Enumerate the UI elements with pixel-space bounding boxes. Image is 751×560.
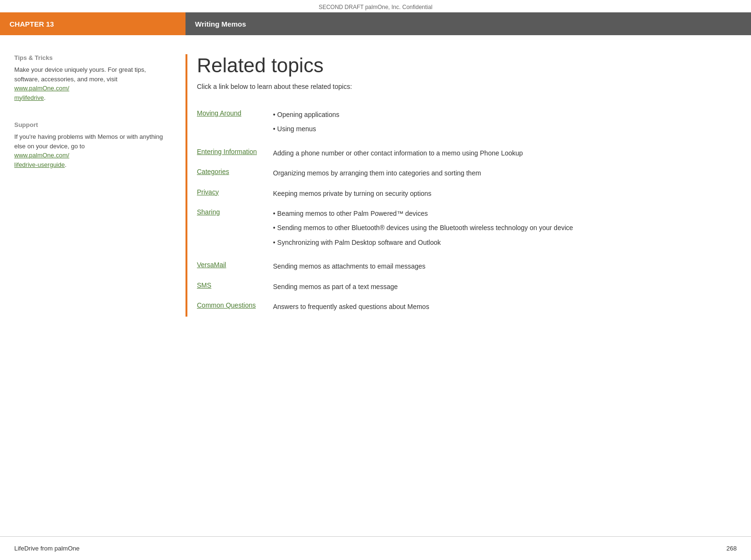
- sidebar: Tips & Tricks Make your device uniquely …: [0, 54, 185, 317]
- table-row: SMSSending memos as part of a text messa…: [197, 277, 722, 297]
- table-row: Common QuestionsAnswers to frequently as…: [197, 297, 722, 317]
- table-row: VersaMailSending memos as attachments to…: [197, 256, 722, 276]
- support-link[interactable]: www.palmOne.com/lifedrive-userguide: [14, 152, 69, 168]
- table-row: Moving AroundOpening applicationsUsing m…: [197, 105, 722, 143]
- topic-link[interactable]: Moving Around: [197, 109, 241, 117]
- topic-link[interactable]: Privacy: [197, 188, 219, 196]
- tips-body: Make your device uniquely yours. For gre…: [14, 65, 171, 102]
- support-heading: Support: [14, 121, 171, 128]
- topic-description: Answers to frequently asked questions ab…: [273, 297, 722, 317]
- topic-link[interactable]: Sharing: [197, 208, 220, 216]
- footer-left: LifeDrive from palmOne: [14, 545, 79, 552]
- topic-link[interactable]: VersaMail: [197, 261, 226, 269]
- topic-description: Sending memos as attachments to email me…: [273, 256, 722, 276]
- list-item: Synchronizing with Palm Desktop software…: [273, 237, 717, 248]
- topic-description: Adding a phone number or other contact i…: [273, 143, 722, 163]
- topic-link[interactable]: Categories: [197, 168, 229, 175]
- content-area: Tips & Tricks Make your device uniquely …: [0, 35, 751, 336]
- topic-description: Organizing memos by arranging them into …: [273, 163, 722, 183]
- support-section: Support If you're having problems with M…: [14, 121, 171, 169]
- footer-right: 268: [726, 545, 737, 552]
- table-row: CategoriesOrganizing memos by arranging …: [197, 163, 722, 183]
- support-body: If you're having problems with Memos or …: [14, 132, 171, 169]
- watermark: SECOND DRAFT palmOne, Inc. Confidential: [0, 0, 751, 12]
- topic-link[interactable]: SMS: [197, 281, 211, 289]
- topic-link[interactable]: Common Questions: [197, 301, 256, 309]
- topic-description: Opening applicationsUsing menus: [273, 105, 722, 143]
- table-row: Entering InformationAdding a phone numbe…: [197, 143, 722, 163]
- chapter-title: Writing Memos: [185, 12, 751, 35]
- footer: LifeDrive from palmOne 268: [0, 536, 751, 560]
- list-item: Using menus: [273, 124, 717, 134]
- chapter-label: CHAPTER 13: [0, 12, 185, 35]
- tips-link[interactable]: www.palmOne.com/mylifedrive: [14, 85, 69, 101]
- list-item: Sending memos to other Bluetooth® device…: [273, 222, 717, 233]
- page-subtitle: Click a link below to learn about these …: [197, 83, 722, 90]
- page-title: Related topics: [197, 54, 722, 77]
- list-item: Opening applications: [273, 109, 717, 120]
- topic-description: Sending memos as part of a text message: [273, 277, 722, 297]
- topic-description: Keeping memos private by turning on secu…: [273, 183, 722, 203]
- list-item: Beaming memos to other Palm Powered™ dev…: [273, 208, 717, 219]
- main-content: Related topics Click a link below to lea…: [185, 54, 751, 317]
- topic-link[interactable]: Entering Information: [197, 148, 257, 155]
- topic-description: Beaming memos to other Palm Powered™ dev…: [273, 203, 722, 256]
- header-bar: CHAPTER 13 Writing Memos: [0, 12, 751, 35]
- tips-section: Tips & Tricks Make your device uniquely …: [14, 54, 171, 102]
- table-row: SharingBeaming memos to other Palm Power…: [197, 203, 722, 256]
- tips-heading: Tips & Tricks: [14, 54, 171, 61]
- topics-table: Moving AroundOpening applicationsUsing m…: [197, 105, 722, 317]
- table-row: PrivacyKeeping memos private by turning …: [197, 183, 722, 203]
